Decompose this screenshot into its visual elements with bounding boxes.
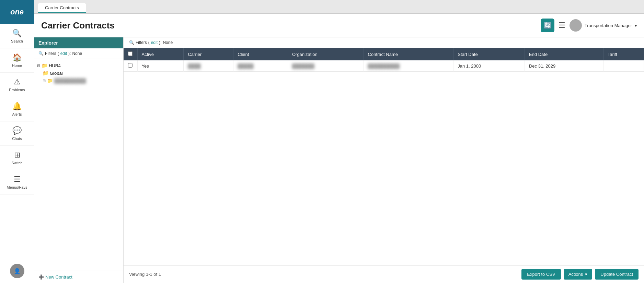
footer-buttons: Export to CSV Actions ▾ Update Contract (521, 269, 639, 280)
explorer-tree: ⊟ 📁 HUB4 📁 Global ⊞ 📁 ██████████ (34, 59, 123, 271)
col-start-date: Start Date (453, 48, 525, 60)
explorer-filter-edit[interactable]: edit (60, 51, 67, 56)
col-end-date: End Date (525, 48, 603, 60)
export-csv-button[interactable]: Export to CSV (521, 269, 561, 280)
folder-icon-global: 📁 (43, 70, 48, 76)
tree-label-global: Global (50, 71, 63, 76)
sidebar-label-home: Home (12, 63, 22, 68)
explorer-title: Explorer (38, 40, 58, 46)
row-client: █████ (233, 60, 288, 72)
sidebar-label-search: Search (11, 39, 23, 43)
tab-label: Carrier Contracts (45, 5, 79, 10)
data-filter-value: None (163, 40, 173, 45)
collapse-icon[interactable]: ⊟ (37, 63, 40, 68)
dropdown-arrow-icon: ▾ (635, 23, 637, 28)
data-footer: Viewing 1-1 of 1 Export to CSV Actions ▾… (124, 265, 644, 283)
data-filters-label: Filters (136, 40, 147, 45)
refresh-button[interactable]: 🔄 (541, 19, 554, 32)
sidebar-item-switch[interactable]: ⊞ Switch (0, 146, 34, 170)
row-start-date: Jan 1, 2000 (453, 60, 525, 72)
actions-label: Actions (568, 272, 583, 277)
explorer-header: Explorer (34, 37, 123, 48)
search-data-filter-icon: 🔍 (129, 40, 134, 45)
sidebar-item-problems[interactable]: ⚠ Problems (0, 73, 34, 97)
row-carrier: ████ (184, 60, 233, 72)
page-title: Carrier Contracts (41, 20, 115, 31)
data-filter-edit[interactable]: edit (151, 40, 158, 45)
problems-icon: ⚠ (14, 78, 21, 86)
tree-label-blurred: ██████████ (54, 78, 86, 83)
sidebar-label-alerts: Alerts (12, 112, 22, 116)
sidebar-item-menus[interactable]: ☰ Menus/Favs (0, 170, 34, 194)
chats-icon: 💬 (12, 126, 22, 135)
actions-arrow-icon: ▾ (585, 272, 587, 277)
new-contract-label: New Contract (45, 274, 72, 280)
tree-item-hub4[interactable]: ⊟ 📁 HUB4 (36, 62, 122, 69)
search-filter-icon: 🔍 (38, 51, 44, 56)
hamburger-menu-button[interactable]: ☰ (559, 21, 565, 30)
row-contract-name: ██████████ (364, 60, 453, 72)
row-active: Yes (137, 60, 184, 72)
explorer-filters: 🔍 Filters (edit): None (34, 48, 123, 59)
actions-button[interactable]: Actions ▾ (564, 269, 593, 280)
explorer-footer: ➕ New Contract (34, 271, 123, 283)
row-tariff (603, 60, 644, 72)
sidebar-item-alerts[interactable]: 🔔 Alerts (0, 97, 34, 121)
explorer-panel: Explorer 🔍 Filters (edit): None ⊟ 📁 HUB4… (34, 37, 124, 283)
user-role-label: Transportation Manager (585, 23, 632, 28)
avatar: 👤 (10, 264, 24, 278)
expand-icon[interactable]: ⊞ (43, 79, 46, 83)
contracts-table: Active Carrier Client Organization Contr… (124, 48, 644, 72)
plus-icon: ➕ (38, 274, 44, 280)
folder-icon: 📁 (42, 63, 47, 68)
user-avatar-small (570, 19, 582, 32)
home-icon: 🏠 (12, 53, 22, 62)
sidebar-item-search[interactable]: 🔍 Search (0, 24, 34, 48)
tree-item-global[interactable]: 📁 Global (36, 69, 122, 77)
filters-label: Filters (45, 51, 56, 56)
user-avatar-container[interactable]: 👤 (10, 259, 24, 283)
table-row: Yes ████ █████ ███████ ██████████ Jan 1,… (124, 60, 644, 72)
user-dropdown[interactable]: Transportation Manager ▾ (570, 19, 637, 32)
update-contract-button[interactable]: Update Contract (595, 269, 639, 280)
search-icon: 🔍 (12, 29, 22, 38)
col-active: Active (137, 48, 184, 60)
tree-label-hub4: HUB4 (49, 63, 61, 68)
alerts-icon: 🔔 (12, 102, 22, 111)
sidebar-label-menus: Menus/Favs (7, 185, 27, 189)
tree-item-blurred[interactable]: ⊞ 📁 ██████████ (36, 77, 122, 84)
page-header: Carrier Contracts 🔄 ☰ Transportation Man… (34, 14, 644, 37)
table-wrapper: Active Carrier Client Organization Contr… (124, 48, 644, 265)
col-carrier: Carrier (184, 48, 233, 60)
explorer-filter-value: None (72, 51, 82, 56)
col-tariff: Tariff (603, 48, 644, 60)
header-controls: 🔄 ☰ Transportation Manager ▾ (541, 19, 637, 32)
viewing-count: Viewing 1-1 of 1 (129, 272, 161, 277)
content-area: Explorer 🔍 Filters (edit): None ⊟ 📁 HUB4… (34, 37, 644, 283)
row-checkbox[interactable] (128, 63, 133, 68)
sidebar-item-home[interactable]: 🏠 Home (0, 48, 34, 73)
select-all-checkbox[interactable] (128, 51, 133, 56)
col-checkbox[interactable] (124, 48, 137, 60)
sidebar-label-problems: Problems (9, 88, 25, 92)
new-contract-link[interactable]: ➕ New Contract (38, 274, 119, 280)
col-client: Client (233, 48, 288, 60)
row-checkbox-cell[interactable] (124, 60, 137, 72)
hamburger-icon: ☰ (559, 21, 565, 30)
sidebar-item-chats[interactable]: 💬 Chats (0, 121, 34, 146)
menus-icon: ☰ (14, 175, 21, 184)
tab-carrier-contracts[interactable]: Carrier Contracts (38, 3, 86, 13)
row-organization: ███████ (288, 60, 364, 72)
switch-icon: ⊞ (14, 151, 20, 160)
row-end-date: Dec 31, 2029 (525, 60, 603, 72)
app-logo: one (0, 0, 34, 24)
sidebar: one 🔍 Search 🏠 Home ⚠ Problems 🔔 Alerts … (0, 0, 34, 283)
sidebar-label-chats: Chats (12, 137, 22, 141)
col-contract-name: Contract Name (364, 48, 453, 60)
folder-icon-blurred: 📁 (47, 78, 53, 83)
data-filters: 🔍 Filters (edit): None (124, 37, 644, 48)
logo-text: one (10, 8, 24, 16)
data-panel: 🔍 Filters (edit): None Active Carrier (124, 37, 644, 283)
main-content: Carrier Contracts Carrier Contracts 🔄 ☰ … (34, 0, 644, 283)
sidebar-label-switch: Switch (11, 161, 22, 165)
